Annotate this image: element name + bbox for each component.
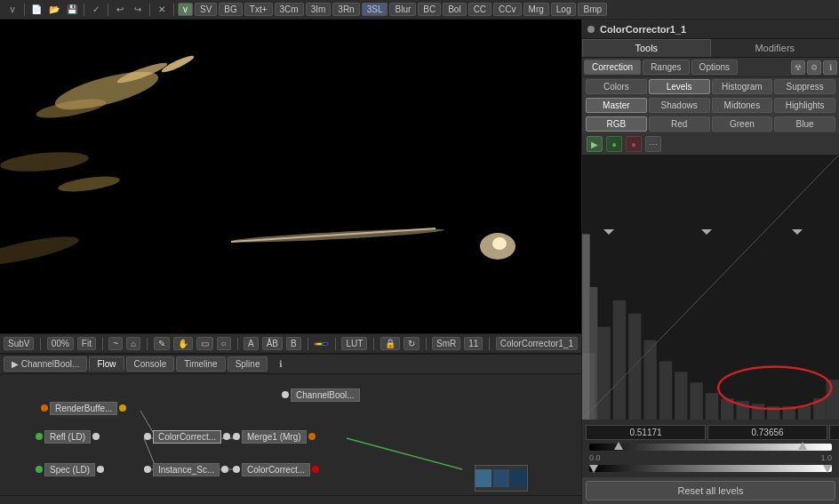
color-dot-green[interactable]: ● bbox=[606, 136, 622, 152]
vp-hand[interactable]: ✋ bbox=[173, 337, 193, 350]
tab-modifiers[interactable]: Modifiers bbox=[711, 39, 840, 57]
btn-bc[interactable]: BC bbox=[418, 3, 441, 16]
node-spec[interactable]: Spec (LD) bbox=[34, 460, 106, 478]
info-icon[interactable]: ℹ bbox=[273, 356, 289, 372]
icon-nuclear[interactable]: ☢ bbox=[791, 60, 805, 75]
btn-ccv[interactable]: CCv bbox=[493, 3, 521, 16]
cstab-blue[interactable]: Blue bbox=[774, 116, 835, 132]
node-instance-label[interactable]: Instance_Sc... bbox=[153, 463, 220, 476]
node-spec-label[interactable]: Spec (LD) bbox=[44, 463, 95, 476]
vp-a[interactable]: A bbox=[244, 337, 259, 350]
node-colorcorrect2-label[interactable]: ColorCorrect... bbox=[242, 463, 310, 476]
chtab-shadows[interactable]: Shadows bbox=[649, 98, 710, 113]
h-scrollbar[interactable] bbox=[0, 495, 581, 504]
tab-flow[interactable]: Flow bbox=[89, 356, 124, 372]
btn-ld[interactable]: v bbox=[178, 3, 193, 16]
node-renderbuffer-label[interactable]: RenderBuffe... bbox=[50, 402, 117, 415]
shadow-handle[interactable] bbox=[614, 442, 623, 450]
out-high-handle[interactable] bbox=[823, 465, 832, 473]
icon-file-new[interactable]: 📄 bbox=[28, 2, 44, 18]
vp-edit[interactable]: ✎ bbox=[154, 337, 170, 350]
cctab-colors[interactable]: Colors bbox=[586, 79, 647, 94]
vp-b[interactable]: B bbox=[286, 337, 301, 350]
btn-bol[interactable]: Bol bbox=[443, 3, 466, 16]
node-merge1-label[interactable]: Merge1 (Mrg) bbox=[242, 430, 307, 444]
vp-color[interactable] bbox=[314, 342, 329, 346]
vp-node-name[interactable]: ColorCorrector1_1 bbox=[496, 337, 578, 350]
input-high[interactable] bbox=[829, 425, 839, 440]
tab-tools[interactable]: Tools bbox=[582, 39, 711, 57]
node-refl-label[interactable]: Refl (LD) bbox=[44, 430, 91, 444]
vp-smr[interactable]: SmR bbox=[432, 337, 460, 350]
btn-cc[interactable]: CC bbox=[468, 3, 491, 16]
btn-bg[interactable]: BG bbox=[219, 3, 242, 16]
chtab-midtones[interactable]: Midtones bbox=[712, 98, 773, 113]
fit-btn[interactable]: Fit bbox=[77, 337, 96, 350]
node-instance[interactable]: Instance_Sc... bbox=[142, 460, 230, 478]
node-colorcorrect1[interactable]: ColorCorrect... bbox=[142, 428, 232, 445]
node-merge1[interactable]: Merge1 (Mrg) bbox=[231, 428, 317, 445]
btn-3rn[interactable]: 3Rn bbox=[332, 3, 359, 16]
input-mid[interactable] bbox=[707, 425, 827, 440]
vp-circle[interactable]: ○ bbox=[217, 337, 231, 350]
node-colorcorrect2[interactable]: ColorCorrect... bbox=[231, 460, 321, 478]
highlight-handle[interactable] bbox=[798, 442, 807, 450]
node-renderbuffer[interactable]: RenderBuffe... bbox=[39, 399, 128, 417]
btn-3sl[interactable]: 3SL bbox=[362, 3, 388, 16]
cstab-green[interactable]: Green bbox=[712, 116, 773, 132]
vp-icon1[interactable]: ~ bbox=[108, 337, 123, 350]
vp-refresh[interactable]: ↻ bbox=[404, 337, 420, 350]
tab-timeline[interactable]: Timeline bbox=[176, 356, 225, 372]
out-low-handle[interactable] bbox=[589, 465, 598, 473]
vp-lut[interactable]: LUT bbox=[341, 337, 367, 350]
icon-v[interactable]: v bbox=[4, 2, 20, 18]
subv-btn[interactable]: SubV bbox=[4, 337, 34, 350]
chtab-highlights[interactable]: Highlights bbox=[774, 98, 835, 113]
btn-bmp[interactable]: Bmp bbox=[578, 3, 607, 16]
node-colorcorrect1-label[interactable]: ColorCorrect... bbox=[153, 430, 221, 444]
cctab-histogram[interactable]: Histogram bbox=[712, 79, 773, 94]
reset-levels-btn[interactable]: Reset all levels bbox=[586, 481, 835, 500]
subtab-correction[interactable]: Correction bbox=[584, 60, 641, 75]
zoom-btn[interactable]: 00% bbox=[47, 337, 74, 350]
output-range-slider[interactable] bbox=[586, 465, 835, 472]
input-low[interactable] bbox=[586, 425, 706, 440]
btn-log[interactable]: Log bbox=[551, 3, 577, 16]
icon-open[interactable]: 📂 bbox=[46, 2, 62, 18]
tab-console[interactable]: Console bbox=[126, 356, 175, 372]
icon-redo[interactable]: ↪ bbox=[130, 2, 146, 18]
vp-lock[interactable]: 🔒 bbox=[380, 337, 400, 350]
subtab-options[interactable]: Options bbox=[691, 60, 738, 75]
input-range-slider[interactable] bbox=[586, 444, 835, 451]
vp-icon2[interactable]: ⌂ bbox=[126, 337, 140, 350]
icon-info[interactable]: ℹ bbox=[823, 60, 837, 75]
node-channelbool[interactable]: ChannelBool... bbox=[280, 386, 360, 404]
play-icon[interactable]: ▶ bbox=[587, 136, 603, 152]
icon-undo[interactable]: ↩ bbox=[112, 2, 128, 18]
vp-rect[interactable]: ▭ bbox=[196, 337, 213, 350]
icon-gear[interactable]: ⚙ bbox=[807, 60, 821, 75]
btn-3im[interactable]: 3Im bbox=[306, 3, 332, 16]
subtab-ranges[interactable]: Ranges bbox=[643, 60, 689, 75]
color-dot-red[interactable]: ● bbox=[626, 136, 642, 152]
vp-ab[interactable]: ÅB bbox=[262, 337, 283, 350]
btn-mrg[interactable]: Mrg bbox=[523, 3, 549, 16]
vp-11[interactable]: 11 bbox=[464, 337, 483, 350]
chtab-master[interactable]: Master bbox=[586, 98, 647, 113]
node-channelbool-label[interactable]: ChannelBool... bbox=[291, 388, 360, 402]
cstab-red[interactable]: Red bbox=[649, 116, 710, 132]
icon-save[interactable]: 💾 bbox=[64, 2, 80, 18]
viewport[interactable] bbox=[0, 20, 581, 333]
cctab-suppress[interactable]: Suppress bbox=[774, 79, 835, 94]
btn-sv[interactable]: SV bbox=[195, 3, 217, 16]
tab-spline[interactable]: Spline bbox=[228, 356, 268, 372]
cstab-rgb[interactable]: RGB bbox=[586, 116, 647, 132]
node-canvas[interactable]: RenderBuffe... Refl (LD) Spec (LD) bbox=[0, 374, 581, 495]
cctab-levels[interactable]: Levels bbox=[649, 79, 710, 94]
tab-channelbool[interactable]: ▶ ChannelBool... bbox=[4, 356, 87, 372]
btn-3cm[interactable]: 3Cm bbox=[275, 3, 304, 16]
spline-icon[interactable]: ⋯ bbox=[645, 136, 661, 152]
icon-check[interactable]: ✓ bbox=[88, 2, 104, 18]
btn-txt[interactable]: Txt+ bbox=[244, 3, 273, 16]
btn-blur[interactable]: Blur bbox=[389, 3, 416, 16]
